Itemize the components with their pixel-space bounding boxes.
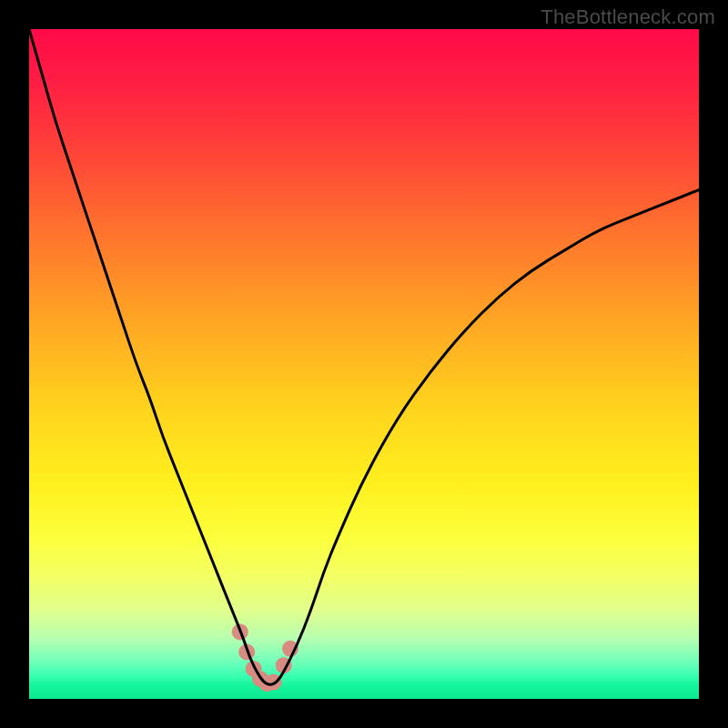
plot-area [29,29,699,699]
bottleneck-curve [29,29,699,684]
chart-frame: TheBottleneck.com [0,0,728,728]
curve-layer [29,29,699,699]
watermark-text: TheBottleneck.com [541,5,715,29]
